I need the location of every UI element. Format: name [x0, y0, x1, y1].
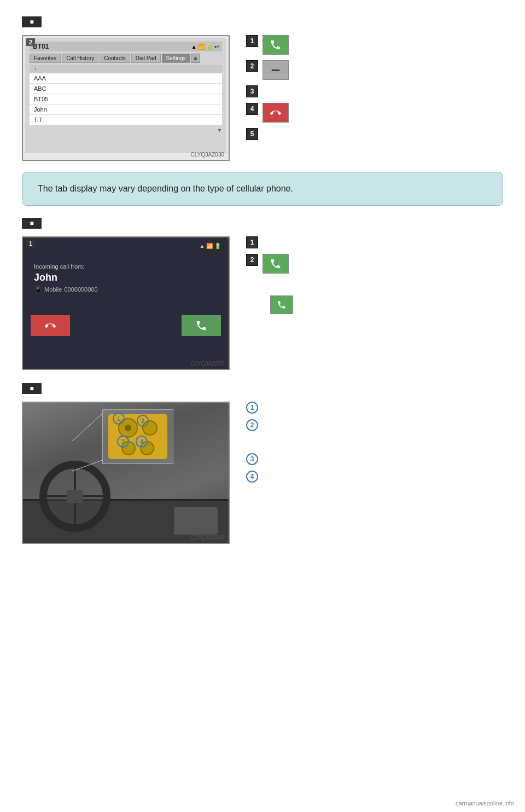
section2-badge-1: 1 — [246, 236, 258, 248]
sort-indicator: ↑ — [34, 66, 37, 72]
screen-label-incoming: 1 — [26, 240, 35, 247]
phone-answer-icon-3 — [270, 295, 293, 314]
contact-list: ↑ AAA ABC BT05 John — [30, 65, 222, 125]
contacts-screen-content: BT01 ▲ 📶 🔋 ↩ Favorites Call History Cont… — [25, 38, 226, 153]
info-box: The tab display may vary depending on th… — [22, 172, 503, 206]
section2-annotation-2: 2 — [246, 254, 503, 274]
steering-wheel — [39, 461, 110, 532]
section3-annotation-2: 2 — [246, 419, 503, 431]
section2-header: ■ — [22, 218, 42, 229]
incoming-screen-content: ▲ 📶 🔋 Incoming call from: John 📱 Mobile … — [23, 237, 229, 369]
contact-list-header: ↑ — [30, 65, 222, 73]
contact-row-bt05[interactable]: BT05 — [30, 94, 222, 105]
tab-contacts[interactable]: Contacts — [100, 54, 130, 63]
svg-line-1 — [72, 414, 102, 441]
footer-url: carmanualsonline.info — [456, 800, 514, 807]
contact-row-john[interactable]: John — [30, 105, 222, 115]
ctrl-badge-4: 4 — [136, 436, 148, 448]
ctrl-btn-2-wrapper: 2 — [142, 420, 158, 436]
annotation-2: 2 — [246, 60, 503, 80]
badge-1: 1 — [246, 35, 258, 47]
tab-call-history[interactable]: Call History — [62, 54, 98, 63]
incoming-signal: ▲ 📶 🔋 — [200, 243, 221, 249]
caller-name: John — [34, 272, 218, 283]
tab-more[interactable]: ≡ — [191, 54, 200, 63]
ctrl-badge-1: 1 — [113, 413, 125, 425]
minus-icon — [262, 60, 289, 80]
section3-annotation-3: 3 — [246, 453, 503, 465]
section1-header: ■ — [22, 16, 42, 27]
screen-code-2: CLYQ3AZ020 — [190, 361, 224, 367]
steering-hub — [67, 490, 83, 503]
section-incoming-call: ■ 1 ▲ 📶 🔋 Incoming call from: John 📱 Mob… — [22, 218, 503, 370]
decline-button[interactable] — [31, 315, 70, 336]
section2-annotation-1: 1 — [246, 236, 503, 248]
incoming-label: Incoming call from: — [34, 263, 218, 270]
contact-row-abc[interactable]: ABC — [30, 84, 222, 94]
tabs-bar[interactable]: Favorites Call History Contacts Dial Pad… — [30, 54, 222, 63]
annotation-4: 4 — [246, 103, 503, 123]
svg-rect-0 — [272, 69, 280, 71]
section3-annotations: 1 2 3 4 — [246, 402, 503, 483]
screen-code-3: CLYQ3AZ008 — [190, 535, 224, 541]
incoming-body: Incoming call from: John 📱 Mobile 000000… — [31, 258, 221, 299]
annotation-5: 5 — [246, 128, 503, 140]
section3-badge-1: 1 — [246, 402, 258, 414]
phone-end-icon — [262, 103, 289, 123]
ctrl-btn-3-wrapper: 3 — [121, 441, 136, 455]
section1-annotations: 1 2 — [246, 35, 503, 140]
phone-type: Mobile — [44, 286, 62, 293]
device-name: BT01 — [33, 43, 49, 50]
section3-badge-2: 2 — [246, 419, 258, 431]
contacts-topbar: BT01 ▲ 📶 🔋 ↩ — [30, 42, 222, 51]
caller-phone-info: 📱 Mobile 0000000000 — [34, 286, 218, 293]
scroll-controls: ▼ — [30, 127, 222, 133]
incoming-topbar: ▲ 📶 🔋 — [31, 243, 221, 249]
answer-button[interactable] — [182, 315, 221, 336]
badge-4: 4 — [246, 103, 258, 115]
steering-mockup: 1 2 3 — [22, 402, 230, 544]
status-icons: ▲ 📶 🔋 ↩ — [191, 44, 219, 50]
badge-5: 5 — [246, 128, 258, 140]
info-box-text: The tab display may vary depending on th… — [38, 184, 293, 193]
section2-annotation-icon2 — [246, 295, 503, 314]
contact-row-tt[interactable]: T.T — [30, 115, 222, 125]
section3-badge-4: 4 — [246, 471, 258, 483]
badge-2: 2 — [246, 60, 258, 72]
tab-favorites[interactable]: Favorites — [30, 54, 61, 63]
zoom-callout: 1 2 3 — [102, 409, 173, 464]
ctrl-dpad-inner — [125, 425, 131, 431]
spacer — [246, 437, 503, 448]
badge-3: 3 — [246, 85, 258, 97]
phone-number: 0000000000 — [64, 286, 97, 293]
section3-badge-3: 3 — [246, 453, 258, 465]
steering-bg: 1 2 3 — [23, 403, 229, 543]
tab-settings[interactable]: Settings — [162, 54, 190, 63]
section3-header: ■ — [22, 383, 42, 394]
ctrl-btn-4-wrapper: 4 — [140, 441, 154, 455]
section3-annotation-4: 4 — [246, 471, 503, 483]
annotation-1: 1 — [246, 35, 503, 55]
phone-answer-icon — [262, 35, 289, 55]
section-contacts: ■ 2 BT01 ▲ 📶 🔋 ↩ Favorites Call History — [22, 16, 503, 161]
screen-label-2: 2 — [26, 38, 35, 46]
screen-code-1: CLYQ3AZ030 — [190, 152, 224, 158]
tab-dial-pad[interactable]: Dial Pad — [131, 54, 161, 63]
ctrl-badge-2: 2 — [137, 415, 149, 427]
section2-badge-2: 2 — [246, 254, 258, 266]
ctrl-badge-3: 3 — [117, 436, 129, 448]
contacts-screen-mockup: 2 BT01 ▲ 📶 🔋 ↩ Favorites Call History Co… — [22, 35, 230, 161]
section3-annotation-1: 1 — [246, 402, 503, 414]
annotation-3: 3 — [246, 85, 503, 97]
controls-row-1: 1 2 — [118, 418, 158, 438]
section2-annotations: 1 2 — [246, 236, 503, 314]
controls-panel: 1 2 3 — [108, 414, 167, 459]
mobile-icon: 📱 — [34, 286, 42, 293]
contact-row-aaa[interactable]: AAA — [30, 73, 222, 84]
section-steering-wheel: ■ — [22, 383, 503, 544]
center-console — [174, 507, 218, 535]
phone-answer-icon-2 — [262, 254, 289, 274]
incoming-screen-mockup: 1 ▲ 📶 🔋 Incoming call from: John 📱 Mobil… — [22, 236, 230, 370]
ctrl-dpad-wrapper: 1 — [118, 418, 138, 438]
controls-row-2: 3 4 — [121, 441, 154, 455]
